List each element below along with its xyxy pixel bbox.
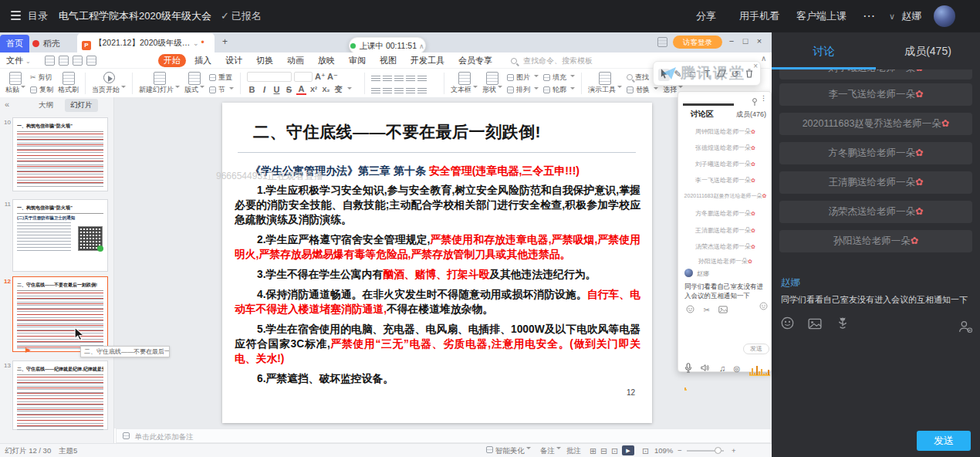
textbox-button[interactable]: 文本框 — [448, 71, 480, 96]
emoji-icon[interactable] — [781, 317, 794, 330]
slide-thumbnail-12-current[interactable]: 二、守住底线——不要在最后一刻跌倒! — [12, 276, 108, 352]
menu-design[interactable]: 设计 — [225, 55, 242, 66]
menu-animation[interactable]: 动画 — [287, 55, 304, 66]
zoom-in-button[interactable]: + — [732, 446, 736, 455]
search-icon[interactable] — [511, 56, 517, 66]
menu-review[interactable]: 审阅 — [349, 55, 366, 66]
image-icon[interactable] — [718, 306, 728, 313]
phonetic-button[interactable]: 变 — [333, 84, 343, 95]
more-icon[interactable]: ⋯ — [863, 0, 875, 32]
close-button[interactable]: × — [754, 36, 765, 46]
font-color-button[interactable]: A — [296, 84, 306, 95]
view-sorter-icon[interactable]: ⊟ — [600, 446, 607, 456]
new-tab-button[interactable]: + — [222, 36, 228, 47]
collapse-pill-icon[interactable]: ∧ — [419, 42, 424, 50]
menu-view[interactable]: 视图 — [380, 55, 397, 66]
ai-beautify-button[interactable]: 智能美化 — [486, 446, 531, 456]
tab-slides[interactable]: 幻灯片 — [65, 99, 98, 112]
rect-tool-icon[interactable]: □ — [687, 69, 698, 80]
view-normal-icon[interactable]: ⊞ — [590, 446, 596, 456]
save-icon[interactable] — [45, 56, 55, 66]
menu-devtools[interactable]: 开发工具 — [411, 55, 444, 66]
minimize-button[interactable]: − — [726, 36, 737, 46]
tab-outline[interactable]: 大纲 — [39, 100, 53, 110]
bold-button[interactable]: B — [247, 85, 257, 94]
drag-handle[interactable] — [683, 103, 734, 106]
record-icon[interactable]: ◎ — [734, 364, 741, 373]
eraser-tool-icon[interactable] — [715, 69, 727, 80]
menu-icon[interactable] — [11, 12, 21, 16]
menu-transition[interactable]: 切换 — [256, 55, 273, 66]
align-center-icon[interactable] — [383, 86, 392, 93]
mic-icon[interactable] — [684, 363, 692, 373]
tab-home[interactable]: 首页 — [0, 35, 29, 52]
annot-close-icon[interactable]: × — [753, 62, 758, 70]
screenshot-icon[interactable]: ✂ — [703, 306, 709, 314]
new-slide-button[interactable]: 新建幻灯片 — [137, 71, 182, 96]
align-left-icon[interactable] — [371, 86, 380, 93]
notes-bar[interactable]: 单击此处添加备注 — [116, 428, 772, 443]
menu-file[interactable]: 文件 ⌄ — [6, 55, 31, 66]
font-name-select[interactable] — [247, 72, 292, 82]
send-button[interactable]: 发送 — [917, 431, 971, 451]
fill-button[interactable]: 填充 — [543, 73, 575, 83]
indent-decrease-icon[interactable] — [394, 74, 404, 81]
chat-username[interactable]: 赵娜 — [781, 276, 800, 289]
zoom-level[interactable]: 109% — [654, 446, 673, 455]
mini-tab-members[interactable]: 成员(476) — [736, 110, 766, 120]
italic-button[interactable]: I — [259, 85, 269, 94]
notes-toggle-button[interactable]: 备注 — [540, 446, 561, 456]
message-list[interactable]: 刘子曦送给老师一朵✿ 李一飞送给老师一朵✿ 2020111683赵曼乔送给老师一… — [772, 69, 980, 301]
format-painter-button[interactable]: 格式刷 — [56, 71, 81, 96]
replace-button[interactable]: 替换 — [627, 85, 658, 95]
superscript-button[interactable]: X² — [309, 86, 319, 93]
user-name[interactable]: 赵娜 — [901, 0, 921, 32]
presentation-tools-button[interactable]: 演示工具 — [586, 71, 624, 96]
current-slide[interactable]: 二、守住底线——不要在最后一刻跌倒! 《学生公寓管理办法》第三章 第十条 安全管… — [222, 103, 652, 423]
tab-caret-icon[interactable]: ⌄ — [193, 39, 199, 47]
zoom-slider-knob[interactable] — [715, 447, 721, 454]
fit-slide-icon[interactable]: ⊡ — [642, 446, 649, 456]
play-from-thumb-icon[interactable]: ▶ — [25, 346, 31, 354]
arrange-button[interactable]: 排列 — [507, 85, 539, 95]
slide-thumbnail-10[interactable]: 一、构筑电信诈骗“防火墙” — [12, 117, 108, 191]
menu-slideshow[interactable]: 放映 — [318, 55, 335, 66]
teacher-only-toggle-icon[interactable] — [958, 320, 973, 333]
window-restore-icon[interactable] — [657, 37, 667, 47]
slide-thumbnail-13[interactable]: 二、守住底线——纪律就是纪律,纪律就是安全! — [12, 361, 108, 430]
undo-icon[interactable] — [73, 56, 83, 66]
pin-icon[interactable] — [752, 95, 758, 109]
mini-send-button[interactable]: 发送 — [743, 344, 769, 354]
picture-button[interactable]: 图片 — [507, 73, 539, 83]
image-icon[interactable] — [808, 318, 822, 330]
copy-button[interactable]: 复制 — [30, 85, 53, 95]
tab-document[interactable]: P【2021.12】2020级年级大会2.0⌄ • — [77, 33, 215, 52]
command-search-input[interactable]: 查找命令、搜索模板 — [523, 56, 593, 66]
line-spacing-icon[interactable] — [417, 74, 427, 81]
font-shrink-button[interactable]: A⁻ — [327, 72, 337, 82]
music-icon[interactable]: ♫ — [719, 364, 725, 373]
play-from-page-button[interactable]: 当页开始 — [90, 71, 128, 96]
speaker-icon[interactable] — [701, 364, 710, 372]
font-grow-button[interactable]: A⁺ — [315, 72, 325, 82]
underline-button[interactable]: U — [272, 85, 282, 94]
menu-member[interactable]: 会员专享 — [458, 55, 492, 66]
zoom-out-button[interactable]: − — [678, 446, 682, 455]
subscript-button[interactable]: X₂ — [321, 86, 331, 93]
slideshow-play-button[interactable]: ▶ — [622, 445, 634, 455]
menu-insert[interactable]: 插入 — [194, 55, 211, 66]
collapse-panel-icon[interactable]: « — [5, 100, 9, 109]
panel-more-icon[interactable]: ⋮ — [760, 94, 767, 102]
shape-button[interactable]: 形状 — [480, 71, 505, 96]
bullets-icon[interactable] — [371, 74, 380, 81]
cut-button[interactable]: ✂剪切 — [30, 73, 53, 83]
flower-gift-icon[interactable] — [836, 317, 849, 330]
layout-button[interactable]: 版式 — [182, 71, 207, 96]
print-icon[interactable] — [59, 56, 69, 66]
guest-login-button[interactable]: 访客登录 — [673, 36, 722, 49]
client-class-button[interactable]: 客户端上课 — [796, 0, 847, 32]
distribute-icon[interactable] — [417, 86, 427, 93]
chevron-down-icon[interactable]: ∨ — [889, 0, 895, 32]
maximize-button[interactable]: □ — [740, 36, 751, 46]
strikethrough-button[interactable]: S — [284, 85, 294, 94]
